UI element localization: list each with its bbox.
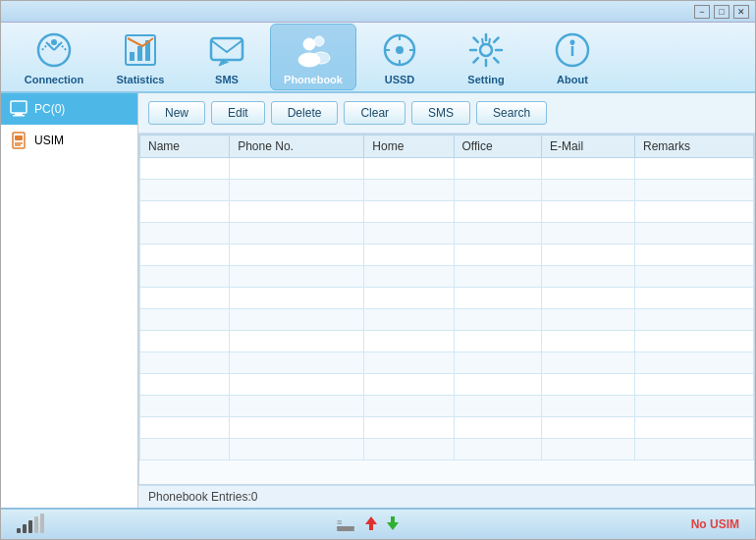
svg-point-16	[570, 40, 575, 45]
no-usim-label: No USIM	[691, 517, 739, 531]
title-bar: − □ ✕	[1, 1, 755, 23]
col-email: E-Mail	[542, 135, 635, 158]
svg-point-8	[314, 36, 324, 46]
sidebar-item-pc[interactable]: PC(0)	[1, 93, 137, 125]
col-name: Name	[140, 135, 230, 158]
svg-rect-4	[137, 46, 142, 61]
toolbar-statistics-label: Statistics	[117, 74, 165, 85]
svg-point-10	[312, 52, 330, 64]
table-row	[140, 396, 754, 417]
phonebook-icon	[294, 30, 333, 70]
search-button[interactable]: Search	[476, 101, 547, 125]
entries-count: Phonebook Entries:0	[148, 490, 257, 504]
statistics-icon	[121, 30, 160, 70]
svg-rect-25	[337, 529, 354, 531]
signal-area	[17, 515, 44, 533]
svg-marker-28	[387, 516, 399, 530]
toolbar-item-ussd[interactable]: USSD	[356, 24, 443, 90]
maximize-button[interactable]: □	[714, 5, 729, 19]
toolbar-connection-label: Connection	[25, 74, 84, 85]
right-panel: New Edit Delete Clear SMS Search Name Ph…	[138, 93, 755, 508]
col-home: Home	[364, 135, 454, 158]
toolbar-phonebook-label: Phonebook	[284, 74, 343, 85]
ussd-icon	[380, 30, 419, 70]
bottom-bar: ≡ No USIM	[1, 508, 755, 539]
delete-button[interactable]: Delete	[271, 101, 339, 125]
main-window: − □ ✕ Connection	[0, 0, 756, 540]
table-row	[140, 244, 754, 266]
about-icon: i	[553, 30, 592, 70]
table-row	[140, 201, 754, 223]
toolbar-setting-label: Setting	[467, 74, 504, 85]
toolbar-ussd-label: USSD	[385, 74, 415, 85]
col-remarks: Remarks	[634, 135, 753, 158]
sidebar-usim-label: USIM	[34, 134, 64, 147]
svg-marker-27	[365, 516, 377, 530]
toolbar-about-label: About	[557, 74, 588, 85]
svg-rect-19	[13, 115, 25, 117]
toolbar-item-phonebook[interactable]: Phonebook	[270, 24, 356, 90]
transfer-area: ≡	[335, 513, 400, 537]
new-button[interactable]: New	[148, 101, 205, 125]
minimize-button[interactable]: −	[694, 5, 710, 19]
table-row	[140, 374, 754, 396]
main-content: PC(0) USIM New Edit Delet	[1, 93, 755, 508]
signal-icon	[17, 515, 44, 533]
svg-rect-17	[11, 101, 27, 113]
table-row	[140, 309, 754, 331]
window-controls: − □ ✕	[694, 5, 749, 19]
table-row	[140, 158, 754, 180]
edit-button[interactable]: Edit	[211, 101, 265, 125]
toolbar: Connection Statistics	[1, 23, 755, 93]
toolbar-item-connection[interactable]: Connection	[11, 24, 97, 90]
sidebar-pc-label: PC(0)	[34, 102, 65, 116]
phonebook-table-container[interactable]: Name Phone No. Home Office E-Mail Remark…	[138, 134, 755, 485]
table-row	[140, 180, 754, 201]
sidebar-item-usim[interactable]: USIM	[1, 125, 137, 156]
col-office: Office	[454, 135, 542, 158]
toolbar-item-sms[interactable]: SMS	[184, 24, 270, 90]
col-phone: Phone No.	[230, 135, 364, 158]
connection-icon	[34, 30, 74, 70]
table-row	[140, 417, 754, 439]
svg-point-12	[396, 46, 404, 54]
table-row	[140, 352, 754, 374]
sms-icon	[207, 30, 246, 70]
action-bar: New Edit Delete Clear SMS Search	[138, 93, 755, 134]
svg-point-7	[303, 38, 315, 50]
toolbar-item-setting[interactable]: Setting	[443, 24, 529, 90]
svg-text:≡: ≡	[337, 517, 342, 527]
svg-rect-3	[130, 52, 135, 61]
table-row	[140, 288, 754, 309]
svg-rect-6	[211, 38, 243, 60]
toolbar-item-about[interactable]: i About	[529, 24, 616, 90]
usim-icon	[9, 131, 28, 150]
sidebar: PC(0) USIM	[1, 93, 138, 508]
arrow-up-icon	[364, 514, 378, 535]
pc-icon	[9, 99, 28, 119]
toolbar-item-statistics[interactable]: Statistics	[97, 24, 184, 90]
status-bar: Phonebook Entries:0	[138, 485, 755, 508]
clear-button[interactable]: Clear	[344, 101, 405, 125]
table-row	[140, 331, 754, 352]
table-row	[140, 439, 754, 460]
table-row	[140, 266, 754, 288]
phonebook-table: Name Phone No. Home Office E-Mail Remark…	[139, 135, 754, 460]
svg-point-13	[480, 44, 492, 56]
table-header-row: Name Phone No. Home Office E-Mail Remark…	[140, 135, 754, 158]
toolbar-sms-label: SMS	[215, 74, 239, 85]
arrow-down-icon	[386, 514, 400, 535]
svg-rect-21	[15, 135, 23, 140]
upload-icon: ≡	[335, 513, 356, 537]
sms-action-button[interactable]: SMS	[411, 101, 470, 125]
table-row	[140, 223, 754, 244]
setting-icon	[466, 30, 506, 70]
svg-rect-18	[15, 113, 23, 115]
close-button[interactable]: ✕	[733, 5, 749, 19]
